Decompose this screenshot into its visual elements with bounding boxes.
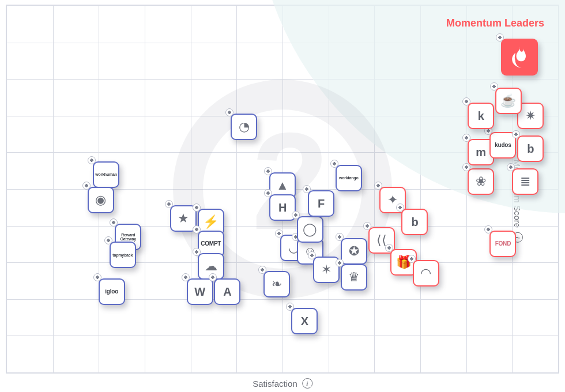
starburst-icon: ✶	[318, 261, 335, 278]
x-axis-label-group: Satisfaction i	[253, 378, 312, 389]
leaf-vendor-icon: ❀	[472, 173, 489, 190]
crown-vendor-icon: ♛	[345, 269, 363, 286]
vendor-point-marker	[396, 203, 404, 212]
vendor-point-marker	[462, 134, 470, 142]
vendor-point-marker	[193, 248, 201, 256]
vendor-point-marker	[286, 303, 294, 311]
circle-o-icon: ◯	[302, 221, 319, 238]
vendor-label: X	[300, 315, 310, 327]
vendor-card-wv-vendor[interactable]: W	[187, 278, 213, 305]
vendor-point-marker	[258, 266, 266, 274]
vendor-label: workhuman	[94, 172, 118, 176]
vendor-point-marker	[292, 211, 300, 219]
vendor-card-crown-vendor[interactable]: ♛	[341, 264, 367, 291]
vendor-card-b-box[interactable]: b	[401, 209, 428, 235]
vendor-card-vendor-a-blank[interactable]: ◔	[231, 114, 257, 140]
info-icon[interactable]: i	[302, 378, 312, 389]
vendor-point-marker	[303, 185, 311, 193]
chart-plot-area: 2 Momentum Leaders workhumanReward Gatew…	[6, 5, 559, 374]
star-badge-icon: ★	[175, 210, 192, 227]
books-vendor-icon: ≣	[517, 173, 534, 190]
vendor-label: igloo	[104, 289, 119, 295]
star-ring-icon: ✪	[345, 243, 363, 260]
vendor-a-blank-icon: ◔	[235, 118, 253, 135]
vendor-label: FOND	[494, 241, 513, 247]
vendor-label: W	[193, 286, 206, 297]
carrot-vendor-icon: ❧	[268, 276, 285, 293]
vendor-label: worktango	[338, 176, 360, 180]
spark-vendor-icon: ✷	[522, 107, 539, 125]
vendor-card-igloo[interactable]: igloo	[99, 278, 125, 305]
region-label: Momentum Leaders	[446, 17, 544, 29]
flame-icon	[507, 44, 532, 70]
vendor-card-chat-vendor[interactable]: ◠	[413, 260, 439, 287]
vendor-label: b	[526, 143, 535, 154]
coffee-vendor-icon: ☕	[500, 92, 517, 110]
vendor-card-star-ring[interactable]: ✪	[341, 238, 367, 265]
vendor-card-leaf-vendor[interactable]: ❀	[468, 168, 494, 195]
vendor-point-marker	[110, 218, 118, 227]
vendor-point-marker	[374, 182, 382, 190]
vendor-point-marker	[104, 236, 112, 244]
vendor-label: A	[222, 286, 232, 297]
vendor-point-marker	[308, 251, 316, 259]
chat-vendor-icon: ◠	[417, 265, 435, 282]
vendor-label: H	[277, 202, 288, 213]
vendor-point-marker	[490, 82, 498, 91]
vendor-card-circle-o[interactable]: ◯	[297, 216, 323, 243]
vendor-point-marker	[336, 259, 344, 267]
vendor-point-marker	[165, 200, 173, 208]
vendor-card-x-box[interactable]: X	[291, 308, 318, 334]
vendor-card-globe-vendor[interactable]: ◉	[88, 187, 114, 213]
vendor-point-marker	[336, 233, 344, 241]
globe-vendor-icon: ◉	[92, 191, 110, 209]
vendor-label: tapmyback	[111, 253, 134, 257]
vendor-card-tapmyback[interactable]: tapmyback	[110, 242, 136, 268]
vendor-label: F	[317, 198, 326, 209]
vendor-point-marker	[182, 273, 190, 281]
vendor-point-marker	[496, 33, 504, 42]
vendor-card-workhuman[interactable]: workhuman	[93, 161, 119, 188]
vendor-card-capital-a[interactable]: A	[214, 278, 240, 305]
bolt-vendor-icon: ⚡	[202, 213, 220, 231]
vendor-label: COMPT	[199, 241, 222, 247]
astro-vendor-icon: ▲	[274, 177, 291, 194]
vendor-card-carrot-vendor[interactable]: ❧	[263, 271, 290, 297]
vendor-card-coffee-vendor[interactable]: ☕	[495, 88, 522, 114]
vendor-point-marker	[82, 182, 91, 190]
vendor-point-marker	[507, 163, 515, 171]
vendor-card-k-circle[interactable]: k	[468, 103, 494, 129]
vendor-point-marker	[264, 189, 272, 197]
vendor-point-marker	[225, 108, 233, 116]
vendor-point-marker	[88, 156, 96, 164]
x-axis-label: Satisfaction	[253, 379, 297, 389]
vendor-point-marker	[193, 225, 201, 233]
vendor-point-marker	[484, 225, 492, 233]
vendor-point-marker	[330, 160, 338, 168]
vendor-card-hero-vendor[interactable]	[501, 39, 538, 76]
vendor-point-marker	[385, 244, 393, 252]
vendor-point-marker	[193, 203, 201, 212]
vendor-label: Reward Gateway	[116, 233, 140, 241]
vendor-cloud-icon: ☁	[202, 258, 220, 275]
chart-container: 2 Momentum Leaders workhumanReward Gatew…	[0, 0, 565, 392]
vendor-label: k	[477, 110, 485, 122]
vendor-point-marker	[462, 97, 470, 105]
vendor-card-ff-flag[interactable]: F	[308, 190, 334, 217]
vendor-point-marker	[275, 229, 283, 238]
vendor-label: b	[410, 216, 419, 228]
vendor-point-marker	[408, 255, 416, 263]
vendor-card-fond[interactable]: FOND	[489, 231, 516, 257]
vendor-label: kudos	[494, 142, 512, 148]
vendor-card-worktango[interactable]: worktango	[336, 165, 362, 191]
vendor-card-b-swirl[interactable]: b	[517, 135, 544, 162]
vendor-point-marker	[363, 222, 371, 230]
vendor-point-marker	[512, 130, 520, 138]
vendor-point-marker	[93, 273, 101, 281]
vendor-point-marker	[264, 167, 272, 175]
vendor-label: m	[474, 146, 487, 158]
vendor-card-books-vendor[interactable]: ≣	[512, 168, 538, 195]
vendor-point-marker	[209, 273, 217, 281]
